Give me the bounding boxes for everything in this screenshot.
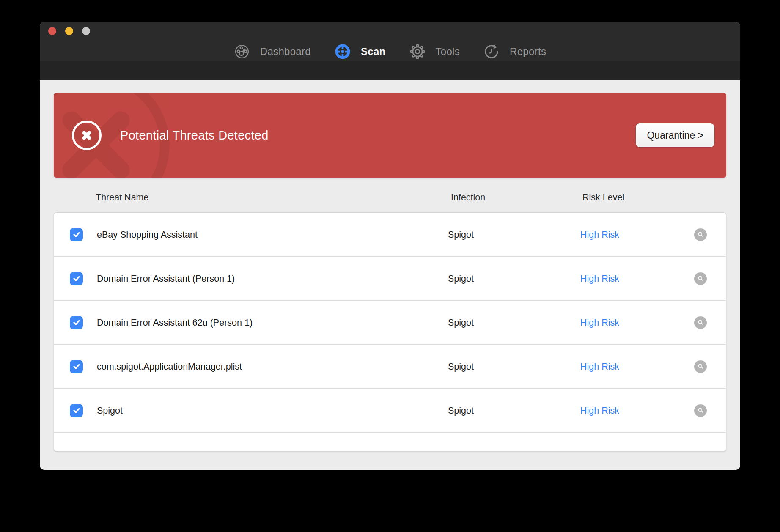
threats-table: eBay Shopping Assistant Spigot High Risk… xyxy=(54,212,726,451)
infection-type: Spigot xyxy=(448,229,474,240)
gauge-icon xyxy=(234,44,250,60)
gear-icon xyxy=(409,44,426,60)
history-icon xyxy=(483,44,500,60)
details-magnifier-icon[interactable] xyxy=(694,404,707,417)
risk-level-link[interactable]: High Risk xyxy=(580,361,619,372)
details-magnifier-icon[interactable] xyxy=(694,272,707,285)
close-window-icon[interactable] xyxy=(48,27,56,35)
threat-name: Domain Error Assistant 62u (Person 1) xyxy=(97,317,253,328)
circle-x-icon xyxy=(72,121,102,150)
nav-item-reports[interactable]: Reports xyxy=(483,44,546,60)
banner-title: Potential Threats Detected xyxy=(120,129,269,143)
infection-type: Spigot xyxy=(448,405,474,416)
table-row: eBay Shopping Assistant Spigot High Risk xyxy=(54,213,726,257)
nav-label: Dashboard xyxy=(260,46,311,58)
row-checkbox[interactable] xyxy=(70,272,83,285)
table-footer xyxy=(54,433,726,451)
row-checkbox[interactable] xyxy=(70,228,83,241)
risk-level-link[interactable]: High Risk xyxy=(580,405,619,416)
target-icon xyxy=(335,44,351,60)
column-header-risk-level: Risk Level xyxy=(582,192,624,203)
risk-level-link[interactable]: High Risk xyxy=(580,317,619,328)
nav-item-dashboard[interactable]: Dashboard xyxy=(234,44,311,60)
row-checkbox[interactable] xyxy=(70,316,83,329)
nav-item-tools[interactable]: Tools xyxy=(409,44,460,60)
table-column-headers: Threat Name Infection Risk Level xyxy=(54,192,726,203)
risk-level-link[interactable]: High Risk xyxy=(580,229,619,240)
details-magnifier-icon[interactable] xyxy=(694,360,707,373)
threat-name: Domain Error Assistant (Person 1) xyxy=(97,273,235,284)
table-row: Spigot Spigot High Risk xyxy=(54,389,726,433)
nav-label: Tools xyxy=(436,46,460,58)
threat-name: Spigot xyxy=(97,405,123,416)
infection-type: Spigot xyxy=(448,273,474,284)
nav-label: Scan xyxy=(361,46,386,58)
table-row: Domain Error Assistant 62u (Person 1) Sp… xyxy=(54,301,726,345)
row-checkbox[interactable] xyxy=(70,360,83,373)
details-magnifier-icon[interactable] xyxy=(694,228,707,241)
zoom-window-icon[interactable] xyxy=(82,27,90,35)
nav-label: Reports xyxy=(510,46,546,58)
app-window: Dashboard Scan xyxy=(40,22,740,470)
traffic-lights xyxy=(48,27,90,35)
table-row: Domain Error Assistant (Person 1) Spigot… xyxy=(54,257,726,301)
column-header-threat-name: Threat Name xyxy=(96,192,148,203)
risk-level-link[interactable]: High Risk xyxy=(580,273,619,284)
nav-item-scan[interactable]: Scan xyxy=(335,44,386,60)
scan-results-panel: Potential Threats Detected Quarantine > … xyxy=(40,93,740,451)
minimize-window-icon[interactable] xyxy=(65,27,73,35)
row-checkbox[interactable] xyxy=(70,404,83,417)
table-row: com.spigot.ApplicationManager.plist Spig… xyxy=(54,345,726,389)
threat-alert-banner: Potential Threats Detected Quarantine > xyxy=(54,93,726,178)
infection-type: Spigot xyxy=(448,317,474,328)
quarantine-button[interactable]: Quarantine > xyxy=(636,123,714,147)
threat-name: com.spigot.ApplicationManager.plist xyxy=(97,361,242,372)
column-header-infection: Infection xyxy=(451,192,485,203)
threat-name: eBay Shopping Assistant xyxy=(97,229,198,240)
details-magnifier-icon[interactable] xyxy=(694,316,707,329)
title-bar: Dashboard Scan xyxy=(40,22,740,80)
main-nav: Dashboard Scan xyxy=(40,42,740,61)
infection-type: Spigot xyxy=(448,361,474,372)
